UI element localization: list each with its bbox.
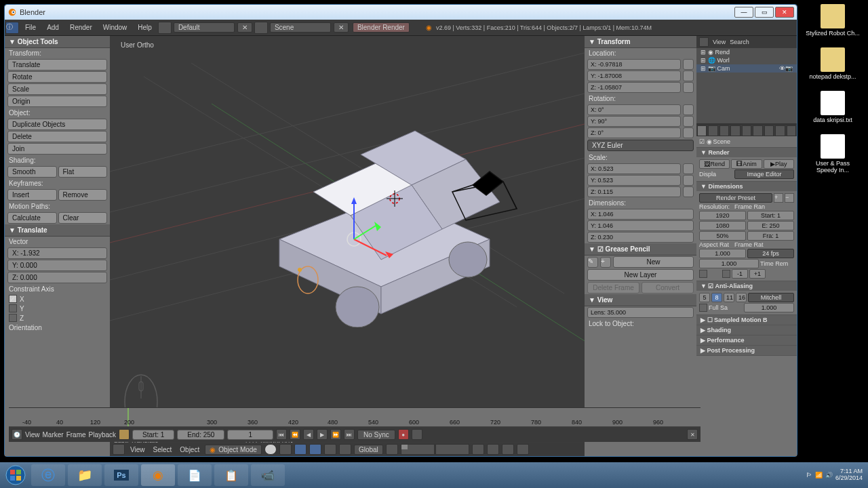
- rotation-mode-combo[interactable]: XYZ Euler: [587, 140, 694, 151]
- res-x-field[interactable]: 1920: [699, 211, 746, 220]
- titlebar[interactable]: Blender — ▭ ✕: [5, 5, 797, 20]
- scale-button[interactable]: Scale: [7, 83, 107, 95]
- play-icon[interactable]: ▶: [317, 429, 328, 440]
- play-button[interactable]: ▶Play: [764, 159, 794, 169]
- start-frame-field[interactable]: Start: 1: [132, 430, 174, 440]
- loc-z-field[interactable]: Z: -1.05807: [587, 82, 681, 93]
- constraint-x-checkbox[interactable]: ✓X: [5, 294, 110, 304]
- start-button[interactable]: [1, 464, 30, 487]
- aa-8-button[interactable]: 8: [711, 293, 722, 302]
- scene-tab-icon[interactable]: [719, 125, 729, 136]
- desktop-txt-1[interactable]: data skripsi.txt: [806, 91, 860, 123]
- close-button[interactable]: ✕: [775, 7, 794, 18]
- vector-z-field[interactable]: Z: 0.000: [7, 272, 107, 283]
- performance-section-header[interactable]: ▶ Performance: [696, 336, 797, 345]
- menu-render[interactable]: Render: [64, 24, 98, 31]
- rot-z-field[interactable]: Z: 0°: [587, 127, 681, 138]
- aa-5-button[interactable]: 5: [699, 293, 710, 302]
- transform-header[interactable]: ▼ Transform: [585, 36, 696, 48]
- outliner-view-menu[interactable]: View: [713, 39, 726, 45]
- origin-button[interactable]: Origin: [7, 96, 107, 107]
- timeline-ruler[interactable]: -40 40 120 200 300 360 420 480 540 600 6…: [9, 408, 701, 427]
- keyframe-prev-icon[interactable]: ⏪: [290, 429, 300, 440]
- sync-combo[interactable]: No Sync: [357, 430, 395, 440]
- menu-file[interactable]: File: [20, 24, 41, 31]
- render-section-header[interactable]: ▼ Render: [696, 148, 797, 157]
- shading-solid-icon[interactable]: [264, 444, 277, 455]
- smooth-button[interactable]: Smooth: [7, 166, 57, 178]
- world-tab-icon[interactable]: [730, 125, 740, 136]
- aa-11-button[interactable]: 11: [724, 293, 734, 302]
- fps-combo[interactable]: 24 fps: [747, 249, 794, 258]
- render-preset-combo[interactable]: Render Preset: [699, 193, 772, 203]
- manip-scale-icon[interactable]: [339, 444, 351, 455]
- lock-icon[interactable]: [683, 127, 694, 138]
- dim-z-field[interactable]: Z: 0.230: [587, 232, 694, 243]
- system-tray[interactable]: 🏳 📶 🔊 7:11 AM 6/29/2014: [806, 468, 867, 482]
- manipulator-toggle[interactable]: [294, 444, 307, 455]
- duplicate-button[interactable]: Duplicate Objects: [7, 119, 107, 130]
- gp-draw-icon[interactable]: ✎: [587, 257, 598, 268]
- scale-x-field[interactable]: X: 0.523: [587, 163, 681, 174]
- remove-keyframe-button[interactable]: Remove: [58, 189, 108, 201]
- join-button[interactable]: Join: [7, 143, 107, 155]
- fullsample-checkbox[interactable]: [699, 304, 707, 312]
- clear-button[interactable]: Clear: [58, 212, 108, 224]
- outliner-item-render[interactable]: ⊞ ◉Rend: [696, 48, 797, 56]
- new-layer-button[interactable]: New Layer: [587, 269, 694, 281]
- aa-size-field[interactable]: 1.000: [744, 303, 794, 312]
- use-preview-range-icon[interactable]: [119, 429, 130, 440]
- aa-16-button[interactable]: 16: [736, 293, 747, 302]
- maximize-button[interactable]: ▭: [755, 7, 774, 18]
- mode-combo[interactable]: ◉Object Mode: [205, 445, 262, 455]
- lock-icon[interactable]: [683, 59, 694, 70]
- scene-x[interactable]: ✕: [334, 22, 349, 33]
- loc-x-field[interactable]: X: -0.97818: [587, 59, 681, 70]
- layers-tab-icon[interactable]: [708, 125, 717, 136]
- minus1-button[interactable]: -1: [732, 269, 748, 279]
- rot-y-field[interactable]: Y: 90°: [587, 116, 681, 127]
- back-to-prev-icon[interactable]: [158, 22, 172, 34]
- material-tab-icon[interactable]: [787, 125, 796, 136]
- timeline-playback-menu[interactable]: Playback: [89, 431, 117, 439]
- crop-checkbox[interactable]: [722, 270, 730, 278]
- lock-icon[interactable]: [683, 70, 694, 81]
- end-frame-field[interactable]: End: 250: [177, 430, 224, 440]
- task-app-1[interactable]: 📄: [178, 464, 212, 486]
- object-tab-icon[interactable]: [742, 125, 751, 136]
- snap-type-icon[interactable]: [502, 444, 514, 455]
- object-menu[interactable]: Object: [177, 446, 202, 453]
- desktop-folder-1[interactable]: Stylized Robot Ch...: [806, 4, 860, 37]
- manip-translate-icon[interactable]: [309, 444, 321, 455]
- dim-x-field[interactable]: X: 1.046: [587, 209, 694, 220]
- shading-section-header[interactable]: ▶ Shading: [696, 325, 797, 335]
- scale-z-field[interactable]: Z: 0.115: [587, 186, 681, 197]
- task-app-3[interactable]: 📹: [251, 464, 285, 486]
- task-explorer[interactable]: 📁: [68, 464, 102, 486]
- add-preset-icon[interactable]: +: [774, 193, 783, 203]
- postproc-section-header[interactable]: ▶ Post Processing: [696, 346, 797, 355]
- scene-browse-icon[interactable]: [254, 22, 268, 34]
- menu-help[interactable]: Help: [132, 24, 157, 31]
- constraints-tab-icon[interactable]: [753, 125, 762, 136]
- editor-type-icon[interactable]: ⓘ: [5, 22, 19, 34]
- minimize-button[interactable]: —: [734, 7, 753, 18]
- keying-set-icon[interactable]: [412, 429, 422, 440]
- editor-type-icon[interactable]: [113, 444, 125, 455]
- animation-button[interactable]: 🎞Anim: [731, 159, 762, 169]
- outliner-item-camera[interactable]: ⊞ 📷Cam👁📷: [696, 64, 797, 73]
- scene-combo[interactable]: Scene: [270, 22, 331, 33]
- pivot-icon[interactable]: [279, 444, 292, 455]
- frame-start-field[interactable]: Start: 1: [747, 211, 794, 220]
- view-menu[interactable]: View: [127, 446, 148, 453]
- remove-preset-icon[interactable]: −: [785, 193, 794, 203]
- manip-rotate-icon[interactable]: [324, 444, 336, 455]
- menu-window[interactable]: Window: [98, 24, 133, 31]
- render-engine-combo[interactable]: Blender Render: [353, 22, 410, 33]
- scale-y-field[interactable]: Y: 0.523: [587, 175, 681, 186]
- select-menu[interactable]: Select: [151, 446, 175, 453]
- current-frame-field[interactable]: 1: [227, 430, 273, 440]
- outliner-type-icon[interactable]: [699, 37, 709, 47]
- lens-field[interactable]: Lens: 35.000: [587, 307, 694, 318]
- loc-y-field[interactable]: Y: -1.87008: [587, 70, 681, 81]
